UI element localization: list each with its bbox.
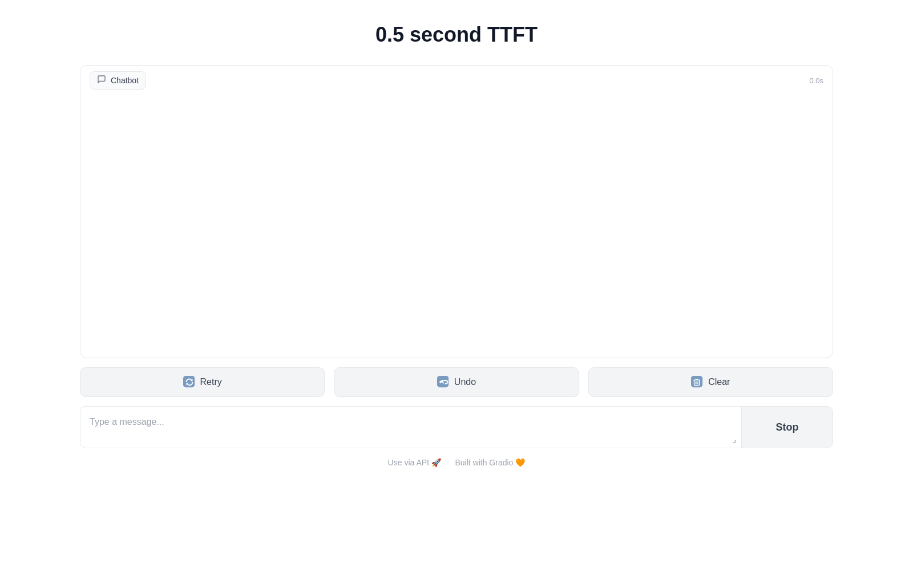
clear-icon [691, 376, 704, 388]
built-icon: 🧡 [515, 458, 525, 467]
retry-button[interactable]: Retry [80, 367, 325, 397]
message-input[interactable] [80, 407, 741, 448]
api-icon: 🚀 [431, 458, 441, 467]
undo-icon [437, 376, 450, 388]
api-link[interactable]: Use via API 🚀 [388, 458, 441, 467]
api-label: Use via API [388, 458, 429, 467]
retry-icon [183, 376, 196, 388]
input-row: ⊿ Stop [80, 406, 833, 448]
chatbot-timer: 0.0s [809, 76, 823, 85]
clear-label: Clear [708, 377, 730, 387]
chatbot-icon [97, 75, 106, 86]
undo-button[interactable]: Undo [334, 367, 579, 397]
clear-button[interactable]: Clear [588, 367, 833, 397]
stop-button[interactable]: Stop [741, 407, 833, 448]
gradio-link[interactable]: Built with Gradio 🧡 [455, 458, 525, 467]
footer-separator: · [447, 457, 449, 468]
undo-label: Undo [454, 377, 476, 387]
chatbot-label: Chatbot [111, 76, 139, 85]
chatbot-body [80, 95, 833, 358]
action-buttons-row: Retry Undo [80, 367, 833, 397]
chatbot-panel: Chatbot 0.0s [80, 65, 833, 358]
page-title: 0.5 second TTFT [375, 23, 538, 47]
built-label: Built with Gradio [455, 458, 513, 467]
retry-label: Retry [200, 377, 222, 387]
resize-handle: ⊿ [732, 439, 739, 445]
chatbot-label-wrapper: Chatbot [90, 71, 146, 90]
main-container: Chatbot 0.0s Retry [80, 65, 833, 448]
footer: Use via API 🚀 · Built with Gradio 🧡 [388, 457, 526, 468]
chatbot-header: Chatbot 0.0s [80, 66, 833, 95]
